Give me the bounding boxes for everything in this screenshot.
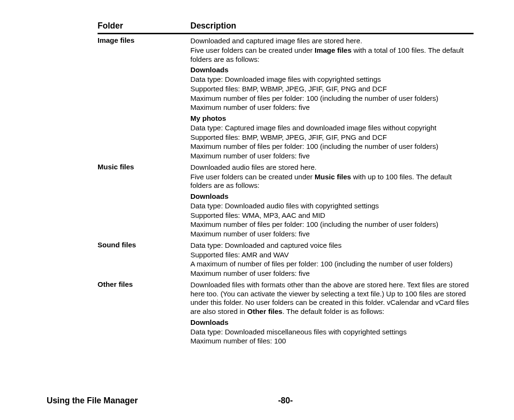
folder-label-other-files: Other files bbox=[98, 278, 190, 346]
text-line: Maximum number of user folders: five bbox=[190, 103, 471, 112]
text-line: Maximum number of user folders: five bbox=[190, 230, 471, 239]
text-line: Supported files: BMP, WBMP, JPEG, JFIF, … bbox=[190, 85, 471, 94]
text-fragment: . The default folder is as follows: bbox=[282, 307, 384, 315]
subfolder-heading-downloads: Downloads bbox=[190, 192, 471, 201]
description-cell: Data type: Downloaded and captured voice… bbox=[190, 239, 474, 278]
text-line: Data type: Downloaded and captured voice… bbox=[190, 241, 471, 250]
table-row: Image files Downloaded and captured imag… bbox=[98, 34, 474, 161]
text-line: Supported files: WMA, MP3, AAC and MID bbox=[190, 211, 471, 220]
folder-label-image-files: Image files bbox=[98, 34, 190, 161]
text-line: Maximum number of user folders: five bbox=[190, 152, 471, 161]
table-row: Music files Downloaded audio files are s… bbox=[98, 161, 474, 239]
document-page: Folder Description Image files Downloade… bbox=[0, 0, 514, 420]
folder-label-music-files: Music files bbox=[98, 161, 190, 239]
subfolder-heading-downloads: Downloads bbox=[190, 318, 471, 327]
text-line: Data type: Downloaded image files with c… bbox=[190, 75, 471, 84]
column-header-folder: Folder bbox=[98, 21, 190, 34]
text-line: Five user folders can be created under I… bbox=[190, 46, 471, 64]
text-line: A maximum of number of files per folder:… bbox=[190, 260, 471, 269]
subfolder-heading-my-photos: My photos bbox=[190, 114, 471, 123]
text-line: Maximum number of files per folder: 100 … bbox=[190, 220, 471, 229]
text-line: Downloaded audio files are stored here. bbox=[190, 163, 471, 172]
text-line: Data type: Captured image files and down… bbox=[190, 124, 471, 133]
bold-term: Other files bbox=[247, 307, 282, 315]
table-row: Sound files Data type: Downloaded and ca… bbox=[98, 239, 474, 278]
folders-table: Folder Description Image files Downloade… bbox=[98, 21, 474, 346]
subfolder-heading-downloads: Downloads bbox=[190, 66, 471, 75]
description-cell: Downloaded audio files are stored here. … bbox=[190, 161, 474, 239]
text-line: Five user folders can be created under M… bbox=[190, 173, 471, 191]
text-fragment: Five user folders can be created under bbox=[190, 46, 315, 54]
description-cell: Downloaded and captured image files are … bbox=[190, 34, 474, 161]
text-line: Maximum number of files per folder: 100 … bbox=[190, 94, 471, 103]
text-line: Supported files: AMR and WAV bbox=[190, 251, 471, 260]
text-line: Downloaded files with formats other than… bbox=[190, 281, 471, 316]
page-number: -80- bbox=[278, 396, 293, 405]
description-cell: Downloaded files with formats other than… bbox=[190, 278, 474, 346]
text-line: Maximum number of user folders: five bbox=[190, 269, 471, 278]
text-line: Supported files: BMP, WBMP, JPEG, JFIF, … bbox=[190, 133, 471, 142]
folder-label-sound-files: Sound files bbox=[98, 239, 190, 278]
column-header-description: Description bbox=[190, 21, 474, 34]
text-fragment: Five user folders can be created under bbox=[190, 173, 315, 181]
text-line: Maximum number of files: 100 bbox=[190, 337, 471, 346]
page-footer: Using the File Manager -80- bbox=[47, 396, 476, 406]
text-line: Data type: Downloaded miscellaneous file… bbox=[190, 328, 471, 337]
bold-term: Image files bbox=[315, 46, 352, 54]
text-line: Maximum number of files per folder: 100 … bbox=[190, 142, 471, 151]
bold-term: Music files bbox=[315, 173, 351, 181]
text-line: Downloaded and captured image files are … bbox=[190, 37, 471, 46]
text-line: Data type: Downloaded audio files with c… bbox=[190, 202, 471, 211]
table-row: Other files Downloaded files with format… bbox=[98, 278, 474, 346]
